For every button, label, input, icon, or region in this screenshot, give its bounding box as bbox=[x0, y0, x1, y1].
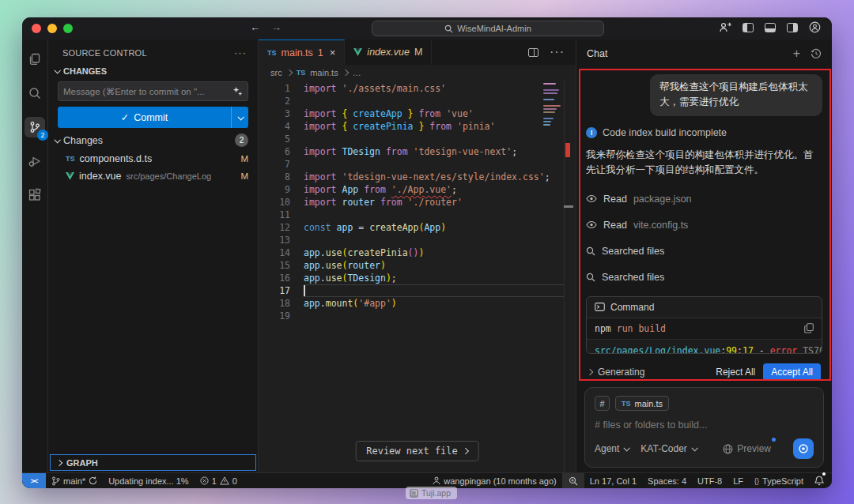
review-next-file-button[interactable]: Review next file bbox=[355, 441, 479, 461]
code-line[interactable]: 3import { createApp } from 'vue' bbox=[259, 107, 576, 120]
model-selector[interactable]: KAT-Coder bbox=[640, 443, 696, 454]
mode-selector[interactable]: Agent bbox=[595, 443, 629, 454]
chevron-right-icon[interactable] bbox=[587, 369, 593, 375]
code-line[interactable]: 7 bbox=[259, 158, 576, 171]
run-debug-icon[interactable] bbox=[25, 151, 45, 171]
overview-ruler[interactable] bbox=[564, 81, 576, 472]
chat-input-box[interactable]: # TS main.ts # files or folders to build… bbox=[584, 387, 824, 468]
copy-icon[interactable] bbox=[804, 323, 814, 333]
commit-dropdown-icon[interactable] bbox=[232, 107, 248, 128]
titlebar: ← → WiseMindAI-Admin bbox=[22, 17, 832, 39]
traffic-lights bbox=[32, 24, 73, 33]
graph-section-header[interactable]: GRAPH bbox=[50, 454, 256, 471]
code-line[interactable]: 1import './assets/main.css' bbox=[259, 82, 576, 95]
code-lines: 1import './assets/main.css'23import { cr… bbox=[259, 82, 576, 322]
tab-index-vue[interactable]: index.vue M bbox=[345, 39, 432, 65]
code-line[interactable]: 8import 'tdesign-vue-next/es/style/index… bbox=[259, 171, 576, 183]
tab-main-ts[interactable]: TS main.ts 1 × bbox=[259, 39, 345, 65]
scroll-position-marker bbox=[564, 205, 573, 208]
command-center-search[interactable]: WiseMindAI-Admin bbox=[372, 21, 604, 36]
preview-toggle[interactable]: Preview bbox=[723, 443, 774, 454]
code-line[interactable]: 19 bbox=[259, 310, 576, 322]
extensions-icon[interactable] bbox=[25, 185, 45, 205]
split-editor-icon[interactable] bbox=[528, 48, 538, 57]
more-actions-icon[interactable]: ··· bbox=[234, 47, 247, 58]
commit-message-input[interactable] bbox=[63, 87, 232, 96]
code-editor[interactable]: 1import './assets/main.css'23import { cr… bbox=[259, 81, 576, 472]
new-chat-icon[interactable]: + bbox=[793, 47, 800, 61]
changed-file-components[interactable]: TS components.d.ts M bbox=[48, 150, 258, 167]
git-branch-item[interactable]: main* bbox=[46, 473, 103, 488]
changes-tree-header[interactable]: Changes 2 bbox=[48, 130, 258, 150]
code-line[interactable]: 12const app = createApp(App) bbox=[259, 221, 576, 234]
breadcrumb[interactable]: src TS main.ts … bbox=[259, 65, 576, 81]
tool-call-read-package[interactable]: Read package.json bbox=[586, 194, 822, 205]
problems-item[interactable]: 1 0 bbox=[195, 473, 243, 488]
cursor-position-item[interactable]: Ln 17, Col 1 bbox=[584, 473, 642, 488]
explorer-icon[interactable] bbox=[25, 49, 45, 70]
chat-message-list: 帮我检查这个项目构建后包体积太大，需要进行优化 ! Code index bui… bbox=[576, 67, 832, 381]
minimap[interactable] bbox=[543, 83, 562, 126]
breadcrumb-more[interactable]: … bbox=[353, 68, 361, 77]
code-line[interactable]: 2 bbox=[259, 95, 576, 107]
tool-call-searched-files-2[interactable]: Searched files bbox=[586, 272, 822, 283]
maximize-window-button[interactable] bbox=[63, 24, 73, 33]
close-icon[interactable]: × bbox=[330, 47, 336, 58]
minimize-window-button[interactable] bbox=[47, 24, 57, 33]
account-icon[interactable] bbox=[809, 21, 821, 33]
breadcrumb-file[interactable]: main.ts bbox=[310, 68, 338, 77]
search-icon bbox=[444, 24, 453, 33]
toggle-secondary-sidebar-icon[interactable] bbox=[787, 23, 798, 32]
reject-all-button[interactable]: Reject All bbox=[716, 367, 755, 378]
tool-call-read-vite-config[interactable]: Read vite.config.ts bbox=[586, 220, 822, 231]
code-line[interactable]: 14app.use(createPinia()) bbox=[259, 246, 576, 259]
code-line[interactable]: 6import TDesign from 'tdesign-vue-next'; bbox=[259, 145, 576, 158]
eol-item[interactable]: LF bbox=[727, 473, 749, 488]
line-number: 8 bbox=[259, 171, 290, 183]
code-line[interactable]: 5 bbox=[259, 133, 576, 145]
back-icon[interactable]: ← bbox=[250, 21, 260, 33]
forward-icon[interactable]: → bbox=[271, 21, 282, 33]
context-file-chip[interactable]: TS main.ts bbox=[615, 396, 669, 411]
code-line[interactable]: 15app.use(router) bbox=[259, 259, 576, 272]
code-line[interactable]: 18app.mount('#app') bbox=[259, 297, 576, 310]
commit-button[interactable]: ✓ Commit bbox=[58, 107, 248, 128]
send-button[interactable] bbox=[793, 438, 814, 459]
breadcrumb-folder[interactable]: src bbox=[270, 68, 282, 77]
close-window-button[interactable] bbox=[32, 24, 41, 33]
code-line[interactable]: 16app.use(TDesign); bbox=[259, 272, 576, 284]
notifications-item[interactable] bbox=[809, 473, 832, 488]
toggle-panel-icon[interactable] bbox=[765, 23, 776, 32]
blame-text: wangpingan (10 months ago) bbox=[444, 476, 556, 486]
code-line[interactable]: 11 bbox=[259, 209, 576, 221]
code-line[interactable]: 17 bbox=[259, 284, 576, 297]
search-view-icon[interactable] bbox=[25, 83, 45, 103]
sparkle-icon[interactable] bbox=[232, 86, 243, 96]
remote-explorer-icon[interactable] bbox=[719, 22, 731, 33]
chat-input-placeholder[interactable]: # files or folders to build... bbox=[595, 419, 814, 431]
indentation-item[interactable]: Spaces: 4 bbox=[642, 473, 692, 488]
line-number: 18 bbox=[259, 297, 290, 310]
toggle-sidebar-icon[interactable] bbox=[743, 23, 754, 32]
context-file-name: main.ts bbox=[635, 399, 663, 408]
workbench: 2 SOURCE CONTROL ··· CHANGES bbox=[22, 39, 832, 472]
tool-call-searched-files-1[interactable]: Searched files bbox=[586, 246, 822, 257]
language-mode-item[interactable]: {} TypeScript bbox=[749, 473, 809, 488]
changed-file-index-vue[interactable]: index.vue src/pages/ChangeLog M bbox=[48, 167, 258, 185]
remote-indicator[interactable]: >< bbox=[22, 473, 46, 488]
add-context-chip[interactable]: # bbox=[595, 396, 610, 411]
commit-button-label: Commit bbox=[134, 112, 168, 123]
editor-more-actions-icon[interactable]: ··· bbox=[550, 45, 565, 59]
code-line[interactable]: 4import { createPinia } from 'pinia' bbox=[259, 120, 576, 133]
code-line[interactable]: 9import App from './App.vue'; bbox=[259, 183, 576, 196]
history-icon[interactable] bbox=[811, 48, 822, 59]
source-control-icon[interactable]: 2 bbox=[25, 117, 45, 137]
code-line[interactable]: 13 bbox=[259, 234, 576, 246]
zoom-indicator[interactable] bbox=[562, 473, 584, 488]
changes-section-header[interactable]: CHANGES bbox=[48, 63, 258, 79]
modified-badge: M bbox=[240, 171, 248, 181]
indexing-status[interactable]: Updating index... 1% bbox=[103, 473, 195, 488]
code-line[interactable]: 10import router from './router' bbox=[259, 196, 576, 209]
accept-all-button[interactable]: Accept All bbox=[763, 363, 821, 381]
encoding-item[interactable]: UTF-8 bbox=[692, 473, 727, 488]
